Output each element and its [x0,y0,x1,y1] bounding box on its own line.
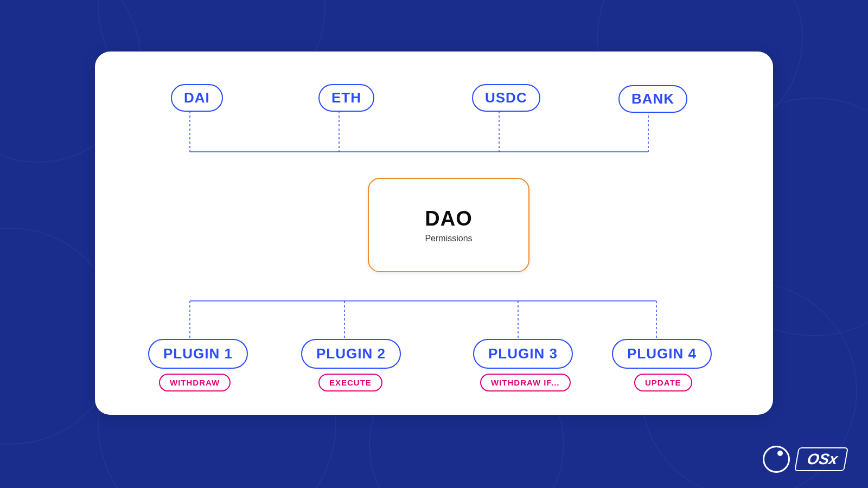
action-label: UPDATE [645,378,681,387]
asset-label: BANK [631,91,674,107]
plugin-label: PLUGIN 4 [627,345,697,362]
asset-pill-eth: ETH [318,84,374,112]
dao-box: DAO Permissions [368,178,529,272]
dao-title: DAO [425,207,472,230]
logo-text: OSx [794,447,848,471]
asset-label: DAI [184,89,210,106]
asset-pill-bank: BANK [618,85,687,113]
action-label: WITHDRAW [170,378,220,387]
action-pill-withdraw: WITHDRAW [159,374,231,391]
plugin-label: PLUGIN 1 [163,345,233,362]
action-label: EXECUTE [329,378,372,387]
diagram-card: DAI ETH USDC BANK DAO Permissions PLUGIN… [95,52,773,415]
action-pill-execute: EXECUTE [318,374,382,391]
logo-icon [763,446,790,473]
dao-subtitle: Permissions [425,234,472,243]
plugin-pill-4: PLUGIN 4 [612,339,712,369]
brand-logo: OSx [763,446,846,473]
plugin-pill-1: PLUGIN 1 [148,339,248,369]
plugin-label: PLUGIN 2 [316,345,386,362]
plugin-label: PLUGIN 3 [488,345,558,362]
plugin-pill-2: PLUGIN 2 [301,339,401,369]
asset-label: USDC [485,89,527,106]
plugin-pill-3: PLUGIN 3 [473,339,573,369]
asset-pill-usdc: USDC [472,84,540,112]
action-pill-withdrawif: WITHDRAW IF... [480,374,571,391]
asset-pill-dai: DAI [171,84,223,112]
asset-label: ETH [331,89,361,106]
action-pill-update: UPDATE [634,374,692,391]
action-label: WITHDRAW IF... [491,378,560,387]
